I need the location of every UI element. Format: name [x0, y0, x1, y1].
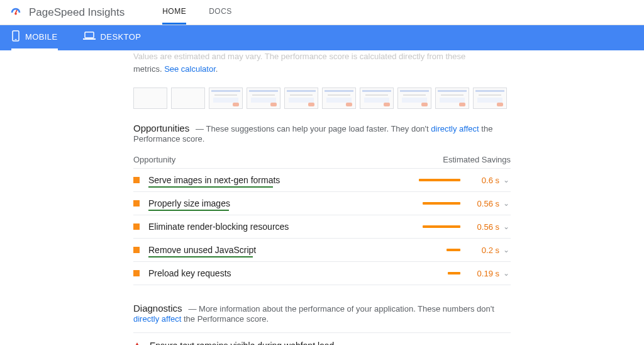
filmstrip-frame[interactable]: [435, 88, 469, 109]
chevron-down-icon: ⌄: [502, 246, 511, 254]
directly-affect-link-2[interactable]: directly affect: [133, 314, 181, 324]
severity-square-icon: [133, 177, 140, 183]
laptop-icon: [83, 31, 96, 42]
svg-rect-4: [85, 32, 94, 38]
savings-value: 0.56 s: [469, 199, 499, 208]
filmstrip-frame[interactable]: [397, 88, 431, 109]
nav-docs[interactable]: DOCS: [209, 0, 232, 25]
main-content: Values are estimated and may vary. The p…: [133, 50, 511, 345]
savings-value: 0.56 s: [469, 222, 499, 232]
col-savings: Estimated Savings: [443, 155, 511, 164]
diagnostics-list: Ensure text remains visible during webfo…: [133, 332, 511, 345]
opportunity-label: Remove unused JavaScript: [148, 245, 391, 255]
filmstrip-frame[interactable]: [171, 88, 205, 109]
opportunity-row[interactable]: Properly size images0.56 s⌄: [133, 191, 511, 215]
savings-value: 0.19 s: [469, 269, 499, 278]
severity-square-icon: [133, 223, 140, 230]
savings-bar: [391, 225, 460, 228]
tab-mobile[interactable]: MOBILE: [11, 25, 58, 50]
chevron-down-icon: ⌄: [502, 341, 511, 345]
psi-logo-icon: [9, 6, 23, 20]
diagnostics-section: Diagnostics — More information about the…: [133, 303, 511, 345]
severity-square-icon: [133, 270, 140, 276]
savings-value: 0.6 s: [469, 176, 499, 185]
filmstrip-thumbnails: [133, 88, 511, 109]
savings-bar: [391, 249, 460, 251]
opportunity-row[interactable]: Eliminate render-blocking resources0.56 …: [133, 215, 511, 238]
savings-bar: [391, 202, 460, 205]
filmstrip-frame[interactable]: [322, 88, 356, 109]
svg-rect-3: [15, 39, 17, 40]
savings-bar: [391, 272, 460, 274]
filmstrip-frame[interactable]: [247, 88, 280, 109]
chevron-down-icon: ⌄: [502, 222, 511, 231]
diagnostic-label: Ensure text remains visible during webfo…: [150, 341, 499, 345]
savings-value: 0.2 s: [469, 246, 499, 255]
filmstrip-frame[interactable]: [284, 88, 318, 109]
directly-affect-link[interactable]: directly affect: [431, 124, 479, 133]
opportunities-header-row: Opportunity Estimated Savings: [133, 155, 511, 164]
diagnostic-row[interactable]: Ensure text remains visible during webfo…: [133, 332, 511, 345]
opportunities-section: Opportunities — These suggestions can he…: [133, 123, 511, 285]
diagnostics-title: Diagnostics: [133, 303, 182, 314]
filmstrip-frame[interactable]: [473, 88, 507, 109]
note-plain: metrics.: [133, 64, 162, 74]
severity-square-icon: [133, 247, 140, 253]
phone-icon: [11, 30, 20, 43]
filmstrip-frame[interactable]: [133, 88, 167, 109]
chevron-down-icon: ⌄: [502, 269, 511, 278]
svg-rect-5: [83, 38, 96, 40]
opportunities-list: Serve images in next-gen formats0.6 s⌄Pr…: [133, 168, 511, 285]
svg-rect-1: [15, 9, 18, 13]
device-tab-bar: MOBILE DESKTOP: [0, 25, 644, 50]
chevron-down-icon: ⌄: [502, 199, 511, 208]
note-blurred: Values are estimated and may vary. The p…: [133, 52, 465, 61]
nav-home[interactable]: HOME: [162, 0, 186, 25]
col-opportunity: Opportunity: [133, 155, 175, 164]
tab-mobile-label: MOBILE: [25, 32, 58, 42]
filmstrip-frame[interactable]: [209, 88, 243, 109]
opportunity-row[interactable]: Remove unused JavaScript0.2 s⌄: [133, 238, 511, 261]
top-nav: HOME DOCS: [162, 0, 232, 25]
chevron-down-icon: ⌄: [502, 176, 511, 184]
see-calculator-link[interactable]: See calculator: [164, 64, 216, 74]
warning-triangle-icon: [133, 342, 141, 346]
opportunity-row[interactable]: Preload key requests0.19 s⌄: [133, 261, 511, 285]
filmstrip-frame[interactable]: [360, 88, 394, 109]
opportunity-label: Serve images in next-gen formats: [148, 175, 391, 185]
diagnostics-desc: — More information about the performance…: [133, 304, 494, 324]
opportunity-label: Properly size images: [148, 198, 391, 208]
opportunity-label: Preload key requests: [148, 268, 391, 278]
savings-bar: [391, 179, 460, 181]
top-bar: PageSpeed Insights HOME DOCS: [0, 0, 644, 25]
product-title: PageSpeed Insights: [29, 6, 125, 19]
tab-desktop[interactable]: DESKTOP: [83, 25, 142, 50]
severity-square-icon: [133, 200, 140, 206]
opportunity-label: Eliminate render-blocking resources: [148, 222, 391, 232]
opportunity-row[interactable]: Serve images in next-gen formats0.6 s⌄: [133, 168, 511, 191]
tab-desktop-label: DESKTOP: [101, 32, 142, 42]
metrics-note: Values are estimated and may vary. The p…: [133, 50, 511, 76]
opportunities-title: Opportunities: [133, 123, 189, 133]
